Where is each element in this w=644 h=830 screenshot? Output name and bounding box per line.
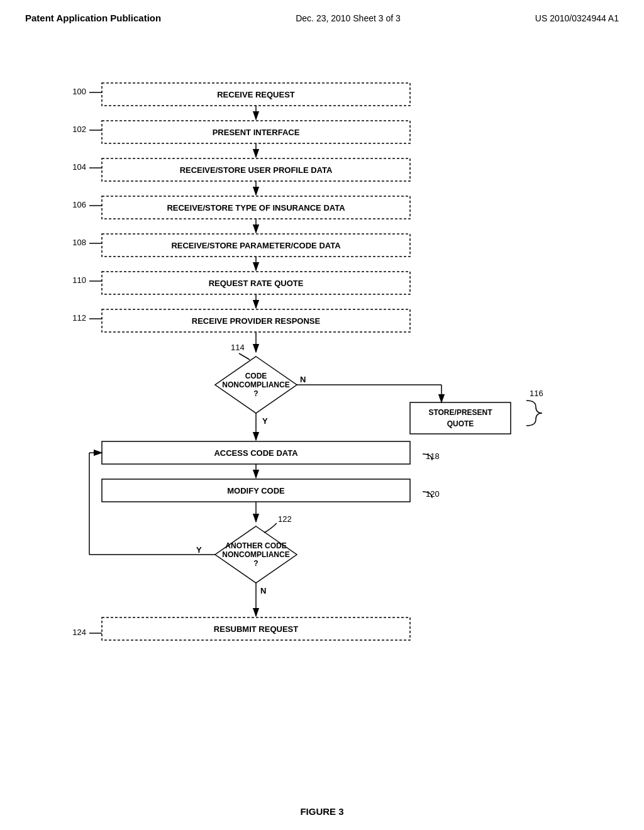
svg-text:108: 108 [72, 238, 86, 247]
svg-text:114: 114 [231, 343, 245, 352]
svg-rect-46 [410, 402, 511, 434]
svg-text:Y: Y [262, 416, 268, 426]
svg-text:122: 122 [278, 514, 292, 524]
svg-text:RECEIVE/STORE USER PROFILE DAT: RECEIVE/STORE USER PROFILE DATA [180, 165, 333, 175]
svg-text:118: 118 [426, 451, 440, 461]
svg-text:N: N [260, 586, 266, 595]
svg-text:106: 106 [72, 200, 86, 209]
svg-text:?: ? [253, 559, 258, 568]
svg-text:QUOTE: QUOTE [447, 419, 474, 428]
svg-text:NONCOMPLIANCE: NONCOMPLIANCE [222, 380, 289, 389]
svg-text:104: 104 [72, 162, 86, 172]
page: Patent Application Publication Dec. 23, … [0, 0, 644, 830]
svg-text:RECEIVE/STORE PARAMETER/CODE D: RECEIVE/STORE PARAMETER/CODE DATA [171, 241, 341, 250]
svg-text:RECEIVE PROVIDER RESPONSE: RECEIVE PROVIDER RESPONSE [192, 316, 321, 326]
svg-text:RECEIVE REQUEST: RECEIVE REQUEST [217, 90, 295, 99]
svg-text:100: 100 [72, 87, 86, 96]
svg-text:RESUBMIT REQUEST: RESUBMIT REQUEST [214, 624, 298, 634]
svg-text:120: 120 [426, 489, 440, 499]
svg-line-37 [239, 353, 250, 360]
figure-label: FIGURE 3 [25, 806, 619, 817]
svg-text:CODE: CODE [245, 372, 267, 380]
svg-text:PRESENT INTERFACE: PRESENT INTERFACE [213, 128, 300, 137]
svg-text:REQUEST RATE QUOTE: REQUEST RATE QUOTE [209, 279, 304, 288]
header-patent: US 2010/0324944 A1 [535, 13, 619, 23]
flowchart-diagram: 100 RECEIVE REQUEST 102 PRESENT INTERFAC… [25, 52, 619, 794]
svg-text:NONCOMPLIANCE: NONCOMPLIANCE [222, 550, 289, 559]
svg-text:110: 110 [72, 275, 86, 285]
svg-text:116: 116 [530, 389, 543, 398]
svg-text:112: 112 [72, 313, 86, 323]
header-date: Dec. 23, 2010 Sheet 3 of 3 [296, 13, 401, 23]
svg-text:MODIFY CODE: MODIFY CODE [227, 486, 285, 495]
svg-text:ANOTHER CODE: ANOTHER CODE [225, 541, 286, 550]
svg-text:ACCESS CODE DATA: ACCESS CODE DATA [214, 448, 298, 458]
header-title: Patent Application Publication [25, 13, 161, 23]
svg-text:N: N [300, 375, 306, 384]
svg-text:124: 124 [72, 628, 86, 637]
svg-text:102: 102 [72, 124, 86, 134]
svg-text:RECEIVE/STORE TYPE OF INSURANC: RECEIVE/STORE TYPE OF INSURANCE DATA [167, 203, 345, 213]
svg-text:STORE/PRESENT: STORE/PRESENT [428, 408, 492, 417]
svg-text:Y: Y [196, 545, 202, 555]
svg-text:?: ? [253, 389, 258, 398]
page-header: Patent Application Publication Dec. 23, … [25, 13, 619, 26]
